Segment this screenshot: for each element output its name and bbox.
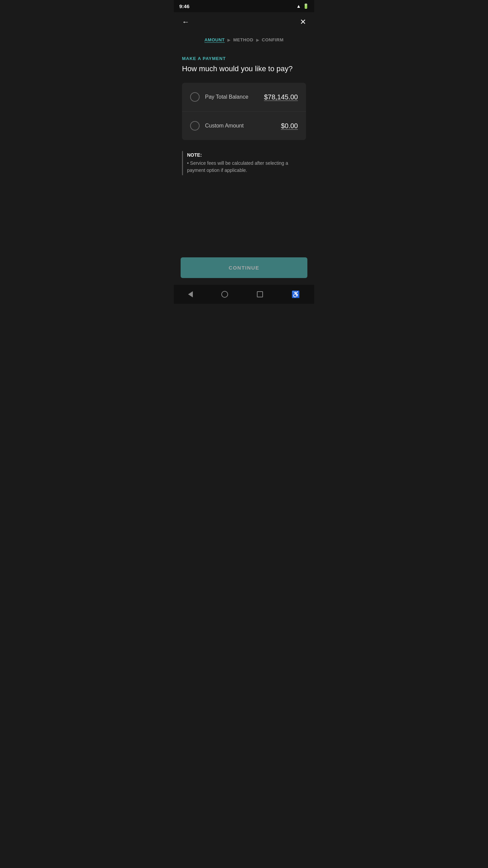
recents-square-icon <box>257 291 263 297</box>
step-method[interactable]: METHOD <box>233 37 253 42</box>
main-content: MAKE A PAYMENT How much would you like t… <box>174 51 314 252</box>
page-title: How much would you like to pay? <box>182 64 306 73</box>
android-recents-button[interactable] <box>254 289 266 300</box>
step-indicator: AMOUNT ▶ METHOD ▶ CONFIRM <box>174 32 314 51</box>
android-nav-bar: ♿ <box>174 285 314 304</box>
continue-button-container: CONTINUE <box>174 252 314 285</box>
note-content: NOTE: • Service fees will be calculated … <box>187 151 306 175</box>
close-button[interactable]: ✕ <box>299 16 307 28</box>
top-nav: ← ✕ <box>174 12 314 32</box>
back-button[interactable]: ← <box>181 16 191 28</box>
separator-1: ▶ <box>227 38 230 42</box>
back-triangle-icon <box>188 291 193 297</box>
separator-2: ▶ <box>256 38 259 42</box>
section-label: MAKE A PAYMENT <box>182 56 306 61</box>
option-left-total: Pay Total Balance <box>190 92 248 102</box>
step-confirm[interactable]: CONFIRM <box>262 37 284 42</box>
custom-amount-option[interactable]: Custom Amount $0.00 <box>182 111 306 140</box>
note-border-line <box>182 151 183 175</box>
radio-custom-amount[interactable] <box>190 121 200 131</box>
home-circle-icon <box>221 291 228 298</box>
note-title: NOTE: <box>187 152 306 158</box>
battery-icon: 🔋 <box>303 3 309 9</box>
payment-options-card: Pay Total Balance $78,145.00 Custom Amou… <box>182 83 306 140</box>
total-balance-label: Pay Total Balance <box>205 94 248 100</box>
note-section: NOTE: • Service fees will be calculated … <box>182 148 306 178</box>
step-amount[interactable]: AMOUNT <box>204 37 225 42</box>
continue-button[interactable]: CONTINUE <box>181 257 307 278</box>
android-accessibility-button[interactable]: ♿ <box>289 288 303 301</box>
radio-total-balance[interactable] <box>190 92 200 102</box>
pay-total-balance-option[interactable]: Pay Total Balance $78,145.00 <box>182 83 306 111</box>
note-text: • Service fees will be calculated after … <box>187 160 306 174</box>
status-bar: 9:46 ▲ 🔋 <box>174 0 314 12</box>
custom-amount-label: Custom Amount <box>205 123 244 129</box>
custom-amount-value: $0.00 <box>281 122 298 130</box>
android-back-button[interactable] <box>185 289 196 300</box>
android-home-button[interactable] <box>219 288 231 300</box>
status-icons: ▲ 🔋 <box>296 3 309 9</box>
accessibility-person-icon: ♿ <box>291 290 300 298</box>
status-time: 9:46 <box>179 3 189 9</box>
total-balance-amount: $78,145.00 <box>264 93 298 101</box>
wifi-icon: ▲ <box>296 3 301 9</box>
option-left-custom: Custom Amount <box>190 121 244 131</box>
